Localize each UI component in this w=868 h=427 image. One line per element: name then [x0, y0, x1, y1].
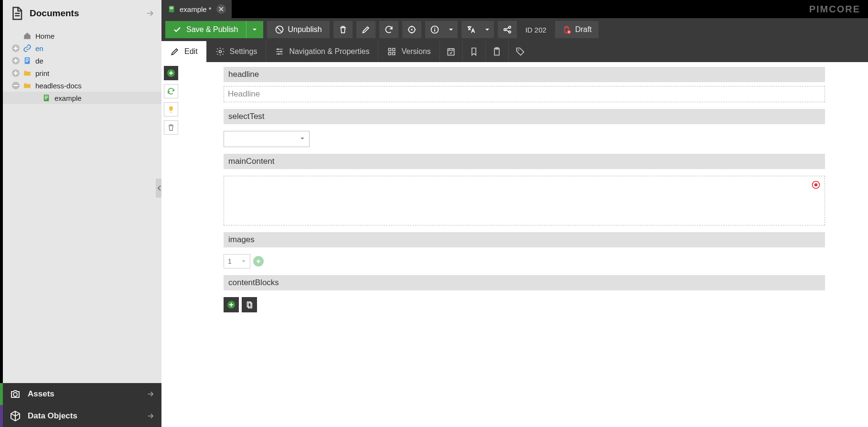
page-green-icon: [167, 5, 176, 13]
expander-plus-icon[interactable]: [11, 56, 20, 65]
folder-icon: [23, 69, 32, 77]
tab-settings[interactable]: Settings: [207, 41, 267, 62]
tree-item-headless-docs[interactable]: headless-docs: [3, 79, 161, 92]
side-refresh-button[interactable]: [164, 84, 178, 98]
headline-placeholder: Headline: [228, 89, 260, 98]
unpublish-button[interactable]: Unpublish: [267, 21, 330, 38]
ban-icon: [275, 25, 284, 34]
save-publish-button[interactable]: Save & Publish: [165, 21, 246, 38]
expander-placeholder: [11, 32, 20, 40]
draft-badge[interactable]: Draft: [555, 21, 599, 38]
tag-icon: [515, 47, 525, 56]
tab-bookmark[interactable]: [463, 41, 486, 62]
maincontent-editor[interactable]: [224, 176, 825, 225]
info-dropdown[interactable]: [444, 21, 458, 38]
reload-button[interactable]: [379, 21, 398, 38]
toolbar-primary: Save & Publish Unpublish: [161, 18, 868, 41]
contentblocks-add-button[interactable]: [224, 297, 239, 312]
document-tree: Home en de pri: [3, 27, 161, 383]
info-button[interactable]: [425, 21, 444, 38]
tab-schedule[interactable]: [440, 41, 463, 62]
page-icon: [23, 56, 32, 65]
tab-edit[interactable]: Edit: [161, 41, 207, 62]
field-label-selecttest: selectTest: [224, 109, 825, 124]
tree-label: en: [35, 44, 43, 53]
tree-label: de: [35, 57, 43, 65]
svg-point-14: [13, 393, 17, 396]
tab-label: Settings: [230, 47, 257, 56]
arrow-right-icon: [146, 390, 155, 398]
target-icon: [407, 25, 417, 34]
panel-title: Data Objects: [28, 411, 146, 421]
tab-tags[interactable]: [509, 41, 532, 62]
tree-label: Home: [35, 32, 54, 40]
tab-notes[interactable]: [486, 41, 509, 62]
tab-label: Versions: [401, 47, 430, 56]
tree-label: example: [54, 94, 82, 102]
toolbar-secondary: Edit Settings Navigation & Properties Ve…: [161, 41, 868, 62]
trash-icon: [338, 25, 348, 34]
close-icon[interactable]: [216, 4, 226, 14]
draft-label: Draft: [575, 25, 592, 34]
side-hint-button[interactable]: [164, 102, 178, 117]
save-publish-dropdown[interactable]: [246, 21, 263, 38]
svg-rect-16: [170, 7, 173, 8]
expander-minus-icon[interactable]: [11, 81, 20, 90]
svg-rect-7: [25, 62, 28, 63]
svg-point-32: [278, 53, 279, 54]
sidebar-panel-assets[interactable]: Assets: [3, 383, 161, 405]
tree-item-de[interactable]: de: [3, 54, 161, 67]
svg-rect-17: [170, 9, 173, 10]
documents-icon: [10, 6, 24, 21]
delete-button[interactable]: [333, 21, 353, 38]
editor-body: headline Headline selectTest mainContent…: [161, 62, 868, 427]
svg-rect-12: [44, 97, 48, 98]
side-add-button[interactable]: [164, 66, 178, 80]
images-count-select[interactable]: 1: [224, 254, 250, 268]
svg-point-23: [434, 28, 435, 29]
rename-button[interactable]: [356, 21, 375, 38]
translate-button[interactable]: [461, 21, 481, 38]
target-button[interactable]: [402, 21, 421, 38]
expander-plus-icon[interactable]: [11, 69, 20, 77]
tree-item-home[interactable]: Home: [3, 30, 161, 42]
tree-item-en[interactable]: en: [3, 42, 161, 54]
target-red-icon[interactable]: [811, 180, 821, 190]
contentblocks-paste-button[interactable]: [242, 297, 257, 312]
tree-label: headless-docs: [35, 82, 82, 90]
clipboard-icon: [492, 47, 502, 56]
translate-icon: [466, 25, 476, 34]
sidebar-title: Documents: [30, 8, 145, 19]
images-add-button[interactable]: [253, 256, 264, 267]
tree-label: print: [35, 69, 49, 77]
bookmark-icon: [469, 47, 479, 56]
home-icon: [23, 32, 32, 40]
expander-plus-icon[interactable]: [11, 44, 20, 53]
svg-rect-24: [434, 29, 435, 32]
svg-point-30: [277, 48, 279, 50]
versions-icon: [387, 47, 396, 56]
camera-icon: [10, 388, 21, 400]
contentblocks-control: [224, 297, 825, 312]
share-button[interactable]: [498, 21, 517, 38]
main-area: example * PIMCORE Save & Publish Unpub: [161, 0, 868, 427]
panel-title: Assets: [28, 389, 146, 399]
side-delete-button[interactable]: [164, 120, 178, 135]
arrow-right-icon: [145, 9, 155, 18]
unpublish-label: Unpublish: [288, 25, 322, 34]
tree-item-example[interactable]: example: [3, 92, 161, 104]
sidebar-header-documents[interactable]: Documents: [3, 0, 161, 27]
svg-line-19: [277, 27, 282, 32]
sidebar-panel-data-objects[interactable]: Data Objects: [3, 405, 161, 427]
tab-versions[interactable]: Versions: [378, 41, 439, 62]
selecttest-dropdown[interactable]: [224, 131, 310, 147]
translate-dropdown[interactable]: [481, 21, 494, 38]
tab-nav-props[interactable]: Navigation & Properties: [266, 41, 378, 62]
tree-item-print[interactable]: print: [3, 67, 161, 79]
field-label-images: images: [224, 232, 825, 247]
tab-example[interactable]: example *: [161, 0, 232, 18]
check-icon: [173, 25, 182, 34]
svg-rect-11: [44, 96, 48, 97]
field-label-headline: headline: [224, 67, 825, 82]
headline-input[interactable]: Headline: [224, 86, 825, 102]
